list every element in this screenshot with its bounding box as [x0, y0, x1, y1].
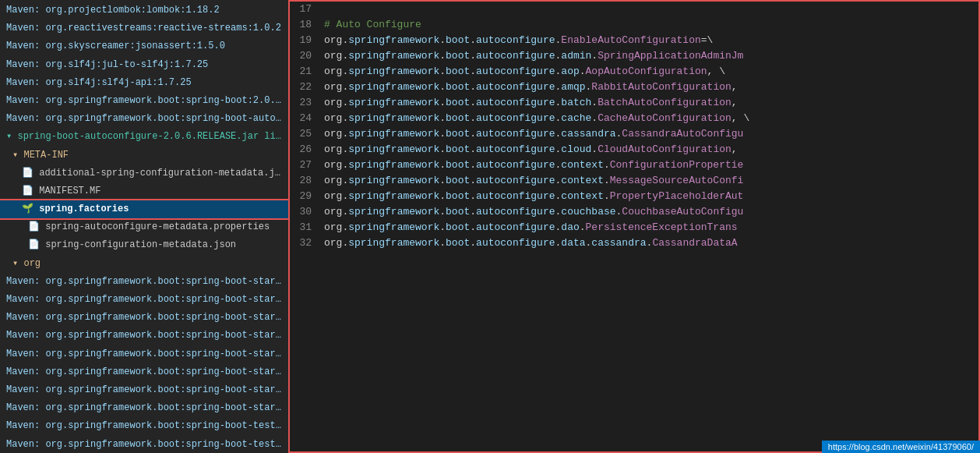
code-line-18: 18 # Auto Configure — [290, 17, 978, 33]
line-content-19: org.springframework.boot.autoconfigure.E… — [321, 33, 978, 48]
code-line-30: 30 org.springframework.boot.autoconfigur… — [290, 204, 978, 220]
url-bar: https://blog.csdn.net/weixin/41379060/ — [822, 441, 980, 453]
tree-item-starter-tomca[interactable]: Maven: org.springframework.boot:spring-b… — [0, 381, 288, 399]
tree-item-org[interactable]: ▾ org — [0, 255, 288, 273]
line-num-17: 17 — [290, 2, 321, 17]
code-line-26: 26 org.springframework.boot.autoconfigur… — [290, 142, 978, 157]
line-num-32: 32 — [290, 235, 321, 251]
tree-item-starter-test[interactable]: Maven: org.springframework.boot:spring-b… — [0, 363, 288, 381]
line-content-32: org.springframework.boot.autoconfigure.d… — [321, 235, 978, 251]
tree-item-starter-web[interactable]: Maven: org.springframework.boot:spring-b… — [0, 399, 288, 417]
line-num-29: 29 — [290, 189, 321, 204]
code-line-19: 19 org.springframework.boot.autoconfigur… — [290, 33, 978, 48]
code-line-23: 23 org.springframework.boot.autoconfigur… — [290, 95, 978, 111]
tree-item-meta-inf[interactable]: ▾ META-INF — [0, 147, 288, 165]
line-content-27: org.springframework.boot.autoconfigure.c… — [321, 157, 978, 173]
tree-item-jsonassert[interactable]: Maven: org.skyscreamer:jsonassert:1.5.0 — [0, 37, 288, 55]
tree-item-slf4j-jul[interactable]: Maven: org.slf4j:jul-to-slf4j:1.7.25 — [0, 56, 288, 74]
tree-item-autoconfigure-meta[interactable]: 📄 spring-autoconfigure-metadata.properti… — [0, 218, 288, 236]
line-num-27: 27 — [290, 157, 321, 173]
tree-item-spring-factories[interactable]: 🌱 spring.factories — [0, 200, 288, 218]
tree-item-jar-autoconfigure[interactable]: ▾ spring-boot-autoconfigure-2.0.6.RELEAS… — [0, 128, 288, 146]
tree-item-starter-jdbc[interactable]: Maven: org.springframework.boot:spring-b… — [0, 309, 288, 327]
line-num-25: 25 — [290, 126, 321, 142]
line-num-20: 20 — [290, 48, 321, 64]
tree-item-starter-data[interactable]: Maven: org.springframework.boot:spring-b… — [0, 291, 288, 309]
line-content-23: org.springframework.boot.autoconfigure.b… — [321, 95, 978, 111]
line-num-19: 19 — [290, 33, 321, 48]
line-content-22: org.springframework.boot.autoconfigure.a… — [321, 80, 978, 95]
tree-item-spring-boot-auto[interactable]: Maven: org.springframework.boot:spring-b… — [0, 110, 288, 128]
line-content-20: org.springframework.boot.autoconfigure.a… — [321, 48, 978, 64]
line-num-31: 31 — [290, 220, 321, 235]
line-content-21: org.springframework.boot.autoconfigure.a… — [321, 64, 978, 80]
code-line-28: 28 org.springframework.boot.autoconfigur… — [290, 173, 978, 189]
code-line-22: 22 org.springframework.boot.autoconfigur… — [290, 80, 978, 95]
line-num-28: 28 — [290, 173, 321, 189]
tree-item-additional-json[interactable]: 📄 additional-spring-configuration-metada… — [0, 165, 288, 182]
code-line-21: 21 org.springframework.boot.autoconfigur… — [290, 64, 978, 80]
line-num-18: 18 — [290, 17, 321, 33]
code-line-24: 24 org.springframework.boot.autoconfigur… — [290, 111, 978, 126]
code-line-31: 31 org.springframework.boot.autoconfigur… — [290, 220, 978, 235]
line-num-26: 26 — [290, 142, 321, 157]
line-num-23: 23 — [290, 95, 321, 111]
tree-item-spring-boot[interactable]: Maven: org.springframework.boot:spring-b… — [0, 92, 288, 110]
code-line-20: 20 org.springframework.boot.autoconfigur… — [290, 48, 978, 64]
tree-item-slf4j-api[interactable]: Maven: org.slf4j:slf4j-api:1.7.25 — [0, 74, 288, 92]
line-content-30: org.springframework.boot.autoconfigure.c… — [321, 204, 978, 220]
tree-item-lombok[interactable]: Maven: org.projectlombok:lombok:1.18.2 — [0, 2, 288, 19]
line-content-25: org.springframework.boot.autoconfigure.c… — [321, 126, 978, 142]
line-content-26: org.springframework.boot.autoconfigure.c… — [321, 142, 978, 157]
code-line-29: 29 org.springframework.boot.autoconfigur… — [290, 189, 978, 204]
code-editor-panel: 17 18 # Auto Configure 19 org.springfram… — [288, 0, 980, 453]
line-num-21: 21 — [290, 64, 321, 80]
line-num-24: 24 — [290, 111, 321, 126]
tree-item-starter[interactable]: Maven: org.springframework.boot:spring-b… — [0, 273, 288, 291]
line-content-18: # Auto Configure — [321, 17, 978, 33]
code-line-25: 25 org.springframework.boot.autoconfigur… — [290, 126, 978, 142]
file-tree-panel[interactable]: Maven: org.projectlombok:lombok:1.18.2 M… — [0, 0, 288, 453]
tree-item-manifest[interactable]: 📄 MANIFEST.MF — [0, 182, 288, 200]
code-line-32: 32 org.springframework.boot.autoconfigur… — [290, 235, 978, 251]
tree-item-spring-config-meta[interactable]: 📄 spring-configuration-metadata.json — [0, 236, 288, 254]
tree-item-boot-test-autoconf[interactable]: Maven: org.springframework.boot:spring-b… — [0, 436, 288, 454]
line-content-28: org.springframework.boot.autoconfigure.c… — [321, 173, 978, 189]
tree-item-starter-loggi[interactable]: Maven: org.springframework.boot:spring-b… — [0, 345, 288, 363]
line-content-31: org.springframework.boot.autoconfigure.d… — [321, 220, 978, 235]
tree-item-starter-json[interactable]: Maven: org.springframework.boot:spring-b… — [0, 327, 288, 345]
tree-item-boot-test[interactable]: Maven: org.springframework.boot:spring-b… — [0, 417, 288, 435]
line-content-24: org.springframework.boot.autoconfigure.c… — [321, 111, 978, 126]
line-num-30: 30 — [290, 204, 321, 220]
code-content: 17 18 # Auto Configure 19 org.springfram… — [290, 2, 978, 251]
line-content-29: org.springframework.boot.autoconfigure.c… — [321, 189, 978, 204]
tree-item-reactive[interactable]: Maven: org.reactivestreams:reactive-stre… — [0, 19, 288, 37]
code-line-17: 17 — [290, 2, 978, 17]
line-num-22: 22 — [290, 80, 321, 95]
code-line-27: 27 org.springframework.boot.autoconfigur… — [290, 157, 978, 173]
